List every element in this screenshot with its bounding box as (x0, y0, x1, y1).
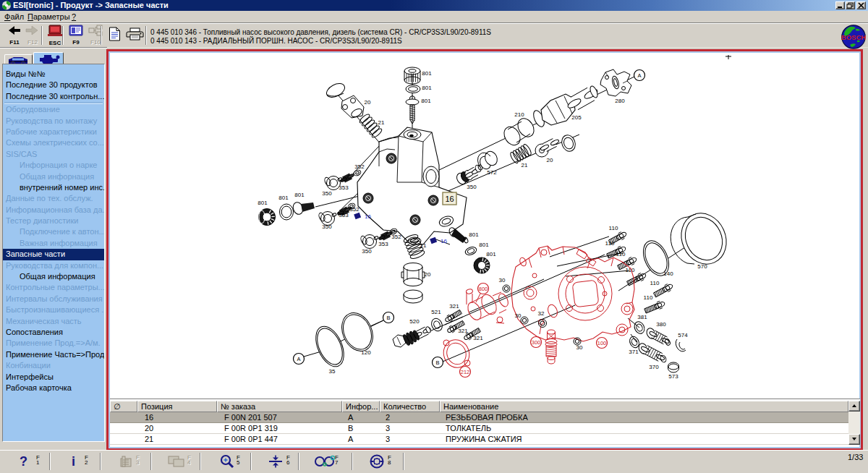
svg-text:110: 110 (609, 225, 618, 231)
svg-text:20: 20 (365, 99, 371, 106)
svg-text:321: 321 (449, 303, 459, 310)
svg-text:212: 212 (461, 369, 470, 375)
svg-text:801: 801 (422, 70, 432, 77)
svg-text:353: 353 (378, 241, 388, 247)
svg-text:370: 370 (649, 364, 659, 370)
svg-text:573: 573 (668, 373, 678, 380)
svg-text:120: 120 (361, 349, 371, 356)
svg-text:210: 210 (514, 111, 524, 118)
svg-text:801: 801 (421, 98, 431, 104)
svg-text:350: 350 (467, 184, 477, 190)
svg-text:B: B (386, 315, 390, 321)
svg-text:800: 800 (479, 286, 488, 292)
svg-text:574: 574 (678, 332, 688, 338)
svg-text:32: 32 (538, 310, 545, 317)
svg-text:570: 570 (697, 263, 707, 270)
svg-text:110: 110 (605, 240, 615, 247)
svg-text:350: 350 (362, 248, 372, 255)
svg-text:35: 35 (329, 368, 336, 375)
svg-text:30: 30 (576, 344, 583, 351)
svg-text:110: 110 (616, 251, 626, 257)
svg-text:16: 16 (365, 213, 371, 220)
svg-text:801: 801 (294, 192, 305, 198)
svg-text:801: 801 (278, 195, 289, 201)
svg-text:16: 16 (441, 238, 447, 244)
svg-text:801: 801 (486, 251, 496, 257)
svg-text:16: 16 (445, 195, 454, 203)
svg-text:353: 353 (339, 212, 349, 218)
svg-text:100: 100 (597, 340, 607, 346)
svg-text:140: 140 (663, 270, 673, 277)
svg-text:205: 205 (571, 114, 582, 121)
svg-text:371: 371 (629, 349, 639, 355)
svg-text:352: 352 (349, 206, 359, 213)
svg-text:A: A (637, 72, 641, 79)
svg-text:801: 801 (469, 231, 479, 238)
svg-text:801: 801 (258, 200, 268, 206)
svg-text:300: 300 (532, 339, 541, 346)
svg-text:350: 350 (322, 190, 332, 197)
svg-text:20: 20 (547, 157, 553, 163)
svg-text:21: 21 (522, 162, 528, 169)
svg-text:110: 110 (650, 280, 660, 286)
svg-text:21: 21 (420, 242, 427, 249)
svg-text:801: 801 (422, 85, 432, 91)
svg-text:30: 30 (499, 277, 506, 284)
svg-text:21: 21 (378, 119, 385, 126)
svg-text:B: B (435, 359, 439, 366)
svg-text:520: 520 (409, 318, 420, 325)
svg-text:801: 801 (479, 242, 489, 248)
svg-text:381: 381 (637, 314, 647, 320)
svg-text:321: 321 (458, 328, 468, 334)
svg-text:521: 521 (431, 309, 441, 315)
svg-text:30: 30 (515, 312, 522, 319)
svg-text:380: 380 (656, 321, 666, 328)
svg-text:572: 572 (487, 169, 497, 176)
svg-text:352: 352 (354, 163, 365, 170)
svg-text:A: A (297, 356, 300, 362)
svg-text:352: 352 (391, 234, 401, 240)
svg-text:110: 110 (644, 294, 653, 301)
svg-text:321: 321 (473, 335, 483, 341)
svg-text:350: 350 (322, 223, 332, 230)
svg-text:280: 280 (615, 98, 625, 104)
svg-text:BOSCH: BOSCH (841, 33, 866, 41)
svg-text:353: 353 (339, 184, 349, 191)
svg-text:20: 20 (425, 271, 431, 278)
